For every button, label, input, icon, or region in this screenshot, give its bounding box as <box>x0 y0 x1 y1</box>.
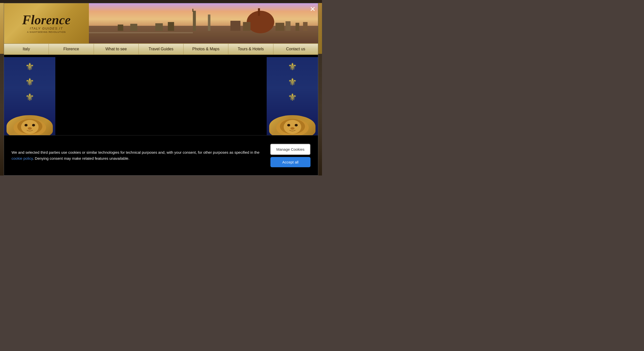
nav-item-photos-maps[interactable]: Photos & Maps <box>184 44 228 54</box>
svg-point-29 <box>25 124 28 126</box>
cookie-message-end: . Denying consent may make related featu… <box>33 156 129 160</box>
svg-point-31 <box>28 127 32 130</box>
cookie-consent-bar: We and selected third parties use cookie… <box>4 135 318 175</box>
cookie-text: We and selected third parties use cookie… <box>12 149 260 161</box>
nav-item-tours-hotels[interactable]: Tours & Hotels <box>228 44 273 54</box>
svg-rect-16 <box>168 22 174 31</box>
svg-rect-17 <box>230 21 240 31</box>
main-content-area <box>55 57 267 135</box>
fleur-de-lis-3: ⚜ <box>4 91 55 103</box>
left-decorative-column: ⚜ ⚜ ⚜ <box>4 57 55 135</box>
fleur-de-lis-1: ⚜ <box>4 61 55 72</box>
svg-rect-12 <box>193 11 196 31</box>
manage-cookies-button[interactable]: Manage Cookies <box>270 144 310 155</box>
fleur-de-lis-4: ⚜ <box>267 61 318 72</box>
svg-point-30 <box>32 124 35 126</box>
cookie-message: We and selected third parties use cookie… <box>12 150 259 154</box>
lion-head-right <box>269 115 315 138</box>
svg-rect-14 <box>208 15 210 31</box>
logo-subtitle: ITALY Guides.it <box>30 27 63 30</box>
header-panorama <box>83 3 318 43</box>
logo-italy: ITALY <box>30 27 41 30</box>
nav-item-florence[interactable]: Florence <box>49 44 94 54</box>
lion-head-left <box>7 115 53 138</box>
right-decorative-column: ⚜ ⚜ ⚜ <box>267 57 318 135</box>
logo-guides: Guides.it <box>42 27 63 30</box>
svg-rect-15 <box>155 23 163 31</box>
svg-rect-22 <box>295 23 299 31</box>
svg-rect-23 <box>303 22 307 31</box>
logo-area: Florence ITALY Guides.it A Sightseeing R… <box>4 3 89 43</box>
svg-rect-13 <box>192 9 193 12</box>
navigation-bar: Italy Florence What to see Travel Guides… <box>4 43 318 55</box>
svg-point-37 <box>290 127 294 130</box>
fleur-de-lis-2: ⚜ <box>4 76 55 88</box>
svg-rect-20 <box>130 24 137 31</box>
cookie-buttons: Manage Cookies Accept all <box>270 144 310 167</box>
accept-all-button[interactable]: Accept all <box>270 157 310 167</box>
fleur-de-lis-5: ⚜ <box>267 76 318 88</box>
svg-point-35 <box>287 124 290 126</box>
svg-rect-19 <box>275 23 284 31</box>
close-button[interactable]: ✕ <box>310 6 315 13</box>
modal-container: ✕ <box>4 3 318 175</box>
svg-rect-24 <box>118 25 123 31</box>
svg-point-36 <box>295 124 298 126</box>
nav-item-what-to-see[interactable]: What to see <box>94 44 139 54</box>
nav-item-contact-us[interactable]: Contact us <box>273 44 318 54</box>
svg-rect-25 <box>83 32 193 33</box>
svg-rect-11 <box>258 8 260 16</box>
svg-point-28 <box>21 120 39 134</box>
nav-item-travel-guides[interactable]: Travel Guides <box>139 44 184 54</box>
svg-rect-18 <box>243 22 250 31</box>
fleur-de-lis-6: ⚜ <box>267 91 318 103</box>
svg-point-10 <box>247 11 274 33</box>
site-header: Florence ITALY Guides.it A Sightseeing R… <box>4 3 318 43</box>
logo-tagline: A Sightseeing Revolution <box>27 31 66 33</box>
cookie-policy-link[interactable]: cookie policy <box>12 156 33 160</box>
svg-rect-21 <box>285 21 290 31</box>
nav-item-italy[interactable]: Italy <box>4 44 49 54</box>
svg-point-34 <box>284 120 301 134</box>
logo-title: Florence <box>22 14 71 27</box>
